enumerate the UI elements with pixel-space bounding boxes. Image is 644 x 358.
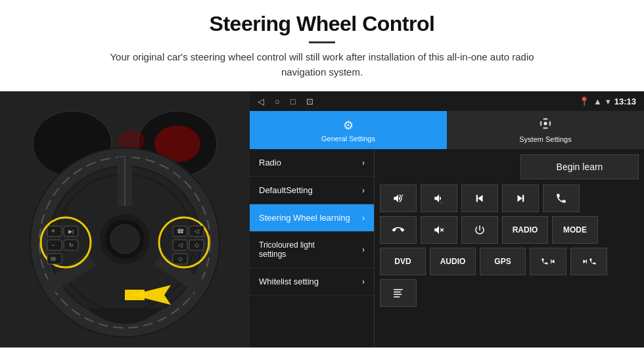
menu-default-arrow: › [362,186,365,195]
svg-text:↻: ↻ [69,242,74,248]
steering-wheel-panel: + - ☎ ▶| ↻ ☎ ◁ ◇ ◁ ◇ [0,91,250,347]
menu-whitelist-label: Whitelist setting [259,277,319,286]
begin-learn-row: Begin learn [380,154,639,179]
svg-rect-18 [47,240,62,250]
controls-row-1: + - [380,185,639,212]
tab-general[interactable]: ⚙ General Settings [250,111,447,149]
audio-button[interactable]: AUDIO [430,248,476,275]
tab-system-label: System Settings [519,135,571,143]
svg-rect-48 [522,195,524,202]
svg-point-40 [544,122,547,125]
controls-grid: + - [380,185,639,307]
system-icon [539,117,552,133]
svg-text:-: - [52,241,54,248]
svg-text:+: + [51,227,55,235]
menu-tricoloured-label: Tricoloured lightsettings [259,240,315,259]
controls-row-4 [380,279,639,307]
svg-marker-52 [551,259,554,263]
mode-button[interactable]: MODE [552,216,598,244]
settings-area: Radio › DefaultSetting › Steering Wheel … [250,149,644,347]
menu-item-tricoloured[interactable]: Tricoloured lightsettings › [250,232,374,268]
menu-steering-arrow: › [362,213,365,223]
vol-down-button[interactable]: - [421,185,457,212]
menu-item-steering[interactable]: Steering Wheel learning › [250,204,374,232]
settings-menu: Radio › DefaultSetting › Steering Wheel … [250,149,375,347]
menu-item-whitelist[interactable]: Whitelist setting › [250,268,374,296]
back-nav-icon[interactable]: ◁ [258,97,264,106]
page-subtitle: Your original car's steering wheel contr… [92,50,552,79]
svg-rect-56 [394,289,403,290]
settings-content: Begin learn + [375,149,644,347]
phone-prev-button[interactable] [530,248,566,275]
signal-icon: ▲ [593,97,602,106]
svg-text:☎: ☎ [177,228,184,235]
list-icon-button[interactable] [380,279,417,307]
phone-next-button[interactable] [570,248,607,275]
vol-up-button[interactable]: + [380,185,417,212]
svg-text:◁: ◁ [178,242,183,248]
menu-nav-icon[interactable]: ⊡ [306,97,313,106]
home-nav-icon[interactable]: ○ [275,97,280,106]
menu-radio-arrow: › [362,158,365,168]
svg-rect-53 [551,259,551,263]
svg-rect-46 [476,195,478,202]
menu-whitelist-arrow: › [362,277,365,286]
svg-marker-41 [394,194,398,202]
tab-system[interactable]: System Settings [447,111,644,149]
tab-bar: ⚙ General Settings System Settings [250,111,644,149]
next-track-button[interactable] [502,185,539,212]
phone-end-button[interactable] [380,216,417,244]
controls-row-3: DVD AUDIO GPS [380,248,639,275]
main-content: + - ☎ ▶| ↻ ☎ ◁ ◇ ◁ ◇ [0,91,644,347]
status-right: 📍 ▲ ▾ 13:13 [579,97,636,106]
tab-general-label: General Settings [321,135,375,143]
page-header: Steering Wheel Control Your original car… [0,0,644,86]
controls-row-2: RADIO MODE [380,216,639,244]
svg-text:◇: ◇ [195,242,199,248]
svg-text:☎: ☎ [50,256,57,262]
svg-text:+: + [402,193,404,197]
svg-rect-59 [394,296,400,298]
dvd-button[interactable]: DVD [380,248,426,275]
page-title: Steering Wheel Control [39,12,605,36]
svg-marker-54 [583,259,586,263]
prev-track-button[interactable] [461,185,498,212]
status-bar: ◁ ○ □ ⊡ 📍 ▲ ▾ 13:13 [250,91,644,111]
menu-default-label: DefaultSetting [259,185,313,195]
svg-text:▶|: ▶| [68,229,74,235]
svg-text:-: - [441,200,442,204]
location-icon: 📍 [579,97,589,106]
svg-marker-43 [434,194,439,202]
svg-marker-45 [478,195,483,202]
svg-rect-58 [394,294,402,296]
svg-marker-47 [518,195,523,202]
menu-item-default[interactable]: DefaultSetting › [250,177,374,204]
gps-button[interactable]: GPS [480,248,526,275]
title-divider [309,41,335,43]
steering-wheel-image: + - ☎ ▶| ↻ ☎ ◁ ◇ ◁ ◇ [0,91,250,347]
mute-button[interactable] [421,216,457,244]
android-panel: ◁ ○ □ ⊡ 📍 ▲ ▾ 13:13 ⚙ General Settings [250,91,644,347]
clock: 13:13 [614,97,636,106]
power-button[interactable] [461,216,498,244]
recent-nav-icon[interactable]: □ [290,97,296,106]
svg-rect-55 [586,259,586,263]
radio-button[interactable]: RADIO [502,216,548,244]
nav-buttons: ◁ ○ □ ⊡ [258,97,313,106]
svg-marker-39 [125,290,145,300]
svg-point-15 [110,225,139,254]
phone-answer-button[interactable] [543,185,580,212]
menu-steering-label: Steering Wheel learning [259,213,350,223]
svg-rect-57 [394,292,401,293]
begin-learn-button[interactable]: Begin learn [520,154,639,179]
menu-item-radio[interactable]: Radio › [250,149,374,177]
wifi-icon: ▾ [606,97,610,106]
svg-marker-49 [434,226,439,234]
svg-text:◇: ◇ [178,256,183,262]
menu-tricoloured-arrow: › [362,245,365,254]
gear-icon: ⚙ [343,118,354,133]
svg-text:◁: ◁ [195,228,199,235]
menu-radio-label: Radio [259,158,281,168]
